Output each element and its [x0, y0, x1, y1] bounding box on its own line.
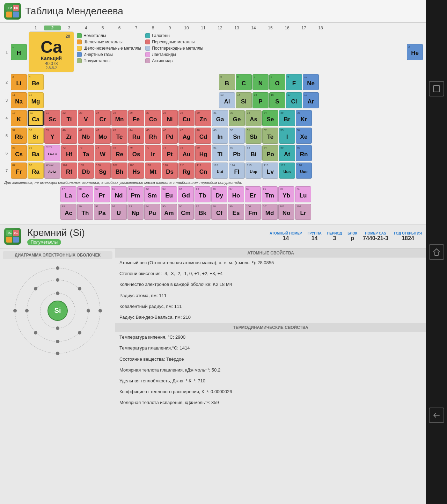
element-cell[interactable]: 95 Am [161, 204, 177, 220]
element-cell[interactable]: 22 Ti [61, 110, 77, 126]
element-cell[interactable]: 41 Nb [78, 128, 94, 144]
element-cell[interactable]: 52 Te [262, 128, 278, 144]
element-cell[interactable]: 108 Hs [128, 163, 144, 179]
element-cell[interactable]: 25 Mn [111, 110, 127, 126]
element-cell[interactable]: 45 Rh [145, 128, 161, 144]
element-cell[interactable]: 101 Md [262, 204, 278, 220]
element-cell[interactable]: 27 Co [145, 110, 161, 126]
element-cell[interactable]: 70 Yb [278, 186, 294, 202]
element-cell[interactable]: 93 Np [127, 204, 144, 220]
element-cell[interactable]: 106 Sg [95, 163, 111, 179]
element-cell[interactable]: 117 Uus [279, 163, 295, 179]
element-cell[interactable]: 83 Bi [246, 145, 262, 161]
element-cell[interactable]: 26 Fe [128, 110, 144, 126]
element-cell[interactable]: 24 Cr [95, 110, 111, 126]
element-cell[interactable]: 109 Mt [145, 163, 161, 179]
element-cell[interactable]: 42 Mo [95, 128, 111, 144]
element-cell[interactable]: 94 Pu [144, 204, 160, 220]
element-cell[interactable]: 8 O [269, 74, 285, 90]
element-cell[interactable]: 3 Li [11, 74, 27, 90]
element-cell[interactable]: 89-103 Ac-Lr [44, 163, 60, 179]
element-cell[interactable]: 82 Pb [229, 145, 245, 161]
element-cell[interactable]: 14 Si [236, 92, 252, 108]
element-cell[interactable]: 51 Sb [246, 128, 262, 144]
element-cell[interactable]: 35 Br [279, 110, 295, 126]
element-cell[interactable]: 47 Ag [178, 128, 195, 144]
element-cell[interactable]: 1 H [11, 44, 27, 60]
element-cell[interactable]: 97 Bk [195, 204, 211, 220]
element-cell[interactable]: 49 In [212, 128, 228, 144]
element-cell[interactable]: 18 Ar [303, 92, 319, 108]
element-cell[interactable]: 12 Mg [28, 92, 44, 108]
element-cell[interactable]: 15 P [252, 92, 269, 108]
element-cell[interactable]: 110 Ds [162, 163, 178, 179]
element-cell[interactable]: 48 Cd [195, 128, 211, 144]
element-cell[interactable]: 16 S [269, 92, 285, 108]
element-cell[interactable]: 86 Rn [296, 145, 312, 161]
element-cell[interactable]: 80 Hg [195, 145, 211, 161]
element-cell[interactable]: 111 Rg [178, 163, 195, 179]
element-cell[interactable]: 67 Ho [228, 186, 244, 202]
element-cell[interactable]: 92 U [111, 204, 127, 220]
element-cell[interactable]: 107 Bh [111, 163, 127, 179]
element-cell[interactable]: 78 Pt [162, 145, 178, 161]
element-cell[interactable]: 112 Cn [195, 163, 211, 179]
element-cell[interactable]: 88 Ra [28, 163, 44, 179]
element-cell[interactable]: 113 Uut [212, 163, 228, 179]
element-cell[interactable]: 10 Ne [303, 74, 319, 90]
element-cell[interactable]: 46 Pd [162, 128, 178, 144]
element-cell[interactable]: 76 Os [128, 145, 144, 161]
element-cell[interactable]: 79 Au [178, 145, 195, 161]
element-cell[interactable]: 77 Ir [145, 145, 161, 161]
element-cell[interactable]: 98 Cf [211, 204, 227, 220]
element-cell[interactable]: 23 V [78, 110, 94, 126]
element-cell[interactable]: 61 Pm [127, 186, 144, 202]
recent-apps-button[interactable] [429, 81, 444, 96]
home-button[interactable] [429, 244, 444, 260]
element-cell[interactable]: 6 C [236, 74, 252, 90]
element-cell[interactable]: 58 Ce [77, 186, 93, 202]
element-cell[interactable]: 5 B [219, 74, 235, 90]
element-cell[interactable]: 31 Ga [212, 110, 228, 126]
element-cell[interactable]: 81 Tl [212, 145, 228, 161]
element-cell[interactable]: 17 Cl [286, 92, 302, 108]
element-cell[interactable]: 54 Xe [296, 128, 312, 144]
element-cell[interactable]: 2 He [407, 44, 423, 60]
element-cell[interactable]: 59 Pr [94, 186, 110, 202]
element-cell[interactable]: 103 Lr [295, 204, 311, 220]
element-cell[interactable]: 66 Dy [211, 186, 227, 202]
element-cell[interactable]: 53 I [279, 128, 295, 144]
element-cell[interactable]: 37 Rb [11, 128, 27, 144]
element-cell[interactable]: 11 Na [11, 92, 27, 108]
element-cell[interactable]: 34 Se [262, 110, 278, 126]
element-cell[interactable]: 36 Kr [296, 110, 312, 126]
element-cell[interactable]: 56 Ba [28, 145, 44, 161]
element-cell[interactable]: 29 Cu [178, 110, 195, 126]
element-cell[interactable]: 9 F [286, 74, 302, 90]
element-cell[interactable]: 85 At [279, 145, 295, 161]
element-cell[interactable]: 96 Cm [178, 204, 194, 220]
element-cell[interactable]: 104 Rf [61, 163, 77, 179]
element-cell[interactable]: 19 K [11, 110, 27, 126]
element-cell[interactable]: 69 Tm [262, 186, 278, 202]
element-cell[interactable]: 28 Ni [162, 110, 178, 126]
element-cell[interactable]: 71 Lu [295, 186, 311, 202]
element-cell[interactable]: 20 Ca [28, 110, 44, 126]
element-cell[interactable]: 32 Ge [229, 110, 245, 126]
element-cell[interactable]: 50 Sn [229, 128, 245, 144]
element-cell[interactable]: 89 Ac [60, 204, 76, 220]
element-cell[interactable]: 105 Db [78, 163, 94, 179]
element-cell[interactable]: 91 Pa [94, 204, 110, 220]
element-cell[interactable]: 55 Cs [11, 145, 27, 161]
element-cell[interactable]: 38 Sr [28, 128, 44, 144]
element-cell[interactable]: 57-71 La-Lu [44, 145, 60, 161]
element-cell[interactable]: 33 As [246, 110, 262, 126]
element-cell[interactable]: 63 Eu [161, 186, 177, 202]
element-cell[interactable]: 84 Po [262, 145, 278, 161]
element-cell[interactable]: 60 Nd [111, 186, 127, 202]
element-cell[interactable]: 62 Sm [144, 186, 160, 202]
element-cell[interactable]: 116 Lv [262, 163, 278, 179]
element-cell[interactable]: 114 Fl [229, 163, 245, 179]
element-cell[interactable]: 65 Tb [195, 186, 211, 202]
element-cell[interactable]: 57 La [60, 186, 76, 202]
